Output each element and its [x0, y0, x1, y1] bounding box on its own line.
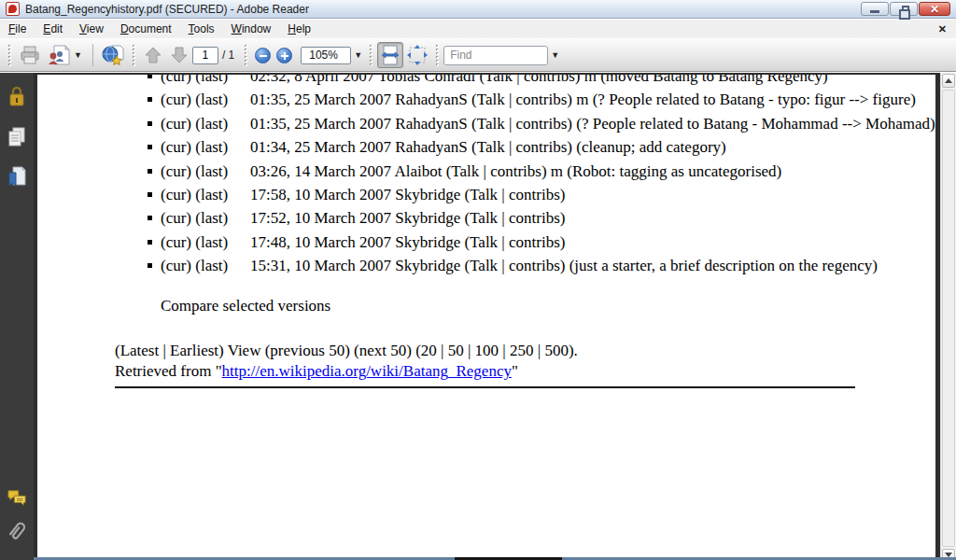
previous-page-button[interactable] [140, 42, 166, 68]
toolbar-grip[interactable] [435, 44, 440, 66]
history-entry: (cur) (last)03:26, 14 March 2007 Alaibot… [161, 161, 935, 182]
revision-history-list: (cur) (last)02:32, 8 April 2007 Tobias C… [37, 73, 935, 277]
page-footer-rule [115, 386, 855, 388]
next-page-icon [169, 45, 190, 65]
security-panel-button[interactable] [7, 86, 27, 108]
attachments-panel-button[interactable] [7, 521, 27, 543]
page-number-input[interactable] [192, 47, 218, 64]
comments-panel-button[interactable] [7, 487, 27, 510]
zoom-out-button[interactable] [255, 48, 271, 63]
minimize-button[interactable] [861, 2, 889, 16]
collaborate-icon [47, 45, 71, 65]
scroll-up-button[interactable] [942, 74, 955, 88]
toolbar-grip[interactable] [244, 44, 248, 66]
zoom-level-field[interactable]: 105% [301, 47, 351, 64]
comments-icon [7, 488, 27, 509]
zoom-dropdown-icon[interactable]: ▼ [351, 50, 365, 60]
adobe-reader-icon [6, 2, 20, 16]
bookmarks-icon [7, 165, 27, 189]
collaborate-button[interactable]: ▼ [44, 42, 88, 68]
menu-file[interactable]: File [0, 20, 35, 38]
history-entry: (cur) (last)17:48, 10 March 2007 Skybrid… [161, 232, 935, 253]
print-icon [19, 45, 41, 65]
page-count-label: / 1 [218, 49, 240, 62]
pages-panel-button[interactable] [7, 126, 27, 148]
paperclip-icon [7, 520, 27, 544]
menu-help[interactable]: Help [279, 20, 319, 38]
menu-bar: File Edit View Document Tools Window Hel… [0, 20, 956, 38]
close-button[interactable]: ✕ [919, 2, 950, 16]
vertical-scrollbar[interactable] [940, 73, 956, 560]
title-bar: Batang_Regencyhistory.pdf (SECURED) - Ad… [0, 0, 956, 19]
scrolling-mode-icon [380, 44, 401, 66]
close-icon: ✕ [930, 4, 939, 15]
fit-page-icon [406, 44, 429, 66]
restore-button[interactable] [890, 2, 918, 16]
acrobat-online-button[interactable] [98, 42, 128, 68]
history-entry: (cur) (last)17:52, 10 March 2007 Skybrid… [161, 208, 935, 229]
scroll-down-icon [945, 553, 952, 557]
wikipedia-source-link[interactable]: http://en.wikipedia.org/wiki/Batang_Rege… [222, 362, 512, 380]
history-navigation-line: (Latest | Earliest) View (previous 50) (… [115, 341, 935, 361]
menubar-close-icon[interactable]: ✕ [929, 23, 956, 35]
fit-page-button[interactable] [403, 42, 431, 68]
find-options-dropdown-icon[interactable]: ▼ [548, 50, 562, 60]
retrieved-from-line: Retrieved from "http://en.wikipedia.org/… [115, 361, 935, 382]
menu-window[interactable]: Window [223, 20, 280, 38]
history-entry: (cur) (last)01:35, 25 March 2007 Rahadya… [161, 114, 935, 134]
lock-icon [7, 86, 26, 108]
compare-selected-versions-label: Compare selected versions [161, 296, 935, 316]
print-button[interactable] [16, 42, 44, 68]
previous-page-icon [143, 45, 163, 65]
pages-icon [7, 126, 27, 148]
acrobat-online-icon [101, 44, 125, 66]
window-title: Batang_Regencyhistory.pdf (SECURED) - Ad… [25, 3, 309, 16]
zoom-in-button[interactable] [276, 48, 292, 63]
history-entry: (cur) (last)15:31, 10 March 2007 Skybrid… [161, 256, 935, 276]
scroll-up-icon [945, 78, 952, 83]
menu-view[interactable]: View [71, 20, 112, 38]
find-input[interactable] [443, 46, 548, 65]
history-entry: (cur) (last)17:58, 10 March 2007 Skybrid… [161, 185, 935, 205]
history-entry: (cur) (last)01:34, 25 March 2007 Rahadya… [161, 137, 935, 158]
toolbar-grip[interactable] [7, 44, 12, 66]
menu-tools[interactable]: Tools [180, 20, 223, 38]
main-toolbar: ▼ / 1 105% ▼ [0, 38, 956, 72]
navigation-rail [0, 73, 34, 560]
history-entry: (cur) (last)02:32, 8 April 2007 Tobias C… [161, 73, 935, 87]
bookmarks-panel-button[interactable] [7, 166, 27, 189]
minimize-icon [870, 10, 879, 13]
menu-document[interactable]: Document [112, 20, 180, 38]
collaborate-dropdown-icon: ▼ [71, 50, 85, 60]
toolbar-grip[interactable] [132, 44, 136, 66]
scrolling-mode-button[interactable] [377, 42, 403, 68]
history-entry: (cur) (last)01:35, 25 March 2007 Rahadya… [161, 90, 935, 110]
scrollbar-thumb[interactable] [942, 90, 955, 547]
toolbar-grip[interactable] [369, 44, 373, 66]
document-page[interactable]: (cur) (last)02:32, 8 April 2007 Tobias C… [34, 73, 940, 560]
next-page-button[interactable] [166, 42, 192, 68]
restore-icon [902, 6, 909, 12]
menu-edit[interactable]: Edit [35, 20, 71, 38]
